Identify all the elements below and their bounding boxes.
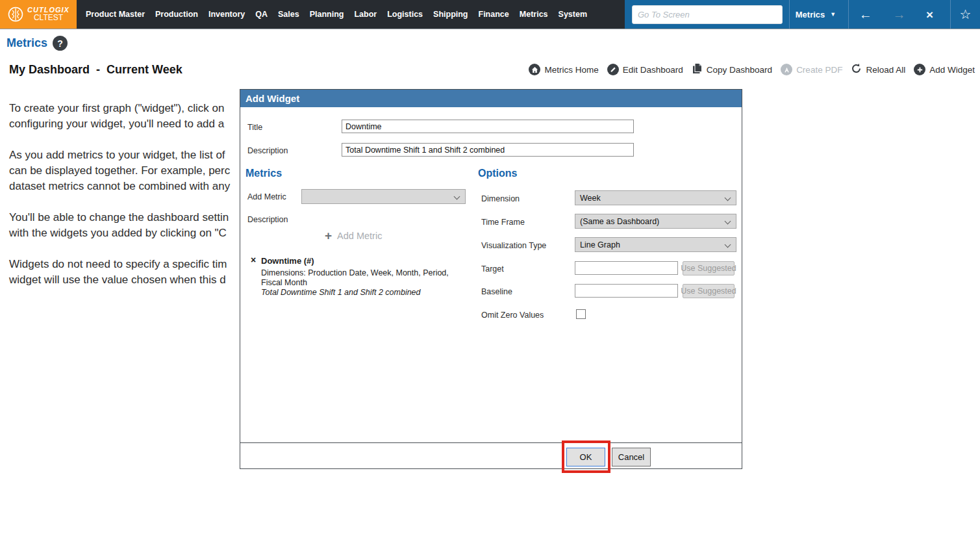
intro-line: configuring your widget, you'll need to …: [9, 116, 269, 132]
nav-item-metrics[interactable]: Metrics: [514, 10, 553, 19]
module-dropdown-label: Metrics: [796, 10, 825, 19]
nav-item-finance[interactable]: Finance: [473, 10, 514, 19]
ok-button[interactable]: OK: [566, 448, 605, 466]
chevron-down-icon: [725, 195, 731, 201]
reload-icon: [851, 63, 862, 76]
chevron-down-icon: [454, 194, 460, 200]
copy-icon: [692, 63, 703, 76]
chevron-down-icon: ▼: [830, 11, 836, 18]
favorite-star-icon[interactable]: ☆: [951, 6, 980, 22]
metric-description-label: Description: [247, 215, 288, 224]
intro-text: To create your first graph ("widget"), c…: [9, 101, 269, 303]
pdf-icon: [781, 64, 792, 75]
intro-line: with the widgets you added by clicking o…: [9, 225, 269, 241]
baseline-label: Baseline: [481, 287, 512, 296]
visualization-type-dropdown[interactable]: Line Graph: [575, 237, 736, 252]
chevron-down-icon: [725, 218, 731, 225]
intro-line: can be displayed together. For example, …: [9, 163, 269, 179]
dimension-value: Week: [580, 194, 601, 203]
navbar-right-panel: Metrics ▼ ← → × ☆: [625, 0, 980, 29]
dashboard-toolbar: Metrics Home Edit Dashboard Copy Dashboa…: [529, 63, 975, 76]
reload-all-button[interactable]: Reload All: [851, 63, 905, 76]
app-window: CUTLOGIX CLTEST Product Master Productio…: [0, 0, 980, 549]
brand-text: CUTLOGIX CLTEST: [27, 6, 69, 23]
history-controls: ← → ×: [849, 8, 944, 21]
metric-name: Downtime (#): [261, 256, 449, 266]
omit-zero-values-checkbox[interactable]: [576, 309, 586, 319]
nav-item-planning[interactable]: Planning: [305, 10, 349, 19]
description-label: Description: [247, 146, 288, 155]
widget-title-input[interactable]: [342, 120, 634, 133]
nav-item-product-master[interactable]: Product Master: [81, 10, 150, 19]
intro-line: dataset metrics cannot be combined with …: [9, 179, 269, 194]
title-label: Title: [247, 123, 262, 132]
baseline-use-suggested-button[interactable]: Use Suggested: [683, 284, 735, 298]
toolbar-label: Create PDF: [796, 65, 842, 75]
add-metric-button[interactable]: + Add Metric: [325, 229, 382, 242]
metric-description: Total Downtime Shift 1 and Shift 2 combi…: [261, 288, 449, 298]
go-to-screen-input[interactable]: [632, 5, 783, 24]
main-menu: Product Master Production Inventory QA S…: [77, 0, 592, 29]
add-metric-label: Add Metric: [247, 192, 286, 201]
intro-paragraph: You'll be able to change the dashboard s…: [9, 210, 269, 241]
nav-item-production[interactable]: Production: [150, 10, 203, 19]
dialog-footer: [240, 442, 742, 468]
pencil-icon: [607, 64, 619, 75]
target-input[interactable]: [575, 261, 678, 275]
metrics-home-button[interactable]: Metrics Home: [529, 64, 598, 75]
module-dropdown[interactable]: Metrics ▼: [790, 10, 842, 19]
back-arrow-icon[interactable]: ←: [859, 8, 872, 21]
remove-metric-icon[interactable]: ×: [251, 255, 256, 265]
add-widget-button[interactable]: Add Widget: [914, 64, 975, 75]
intro-paragraph: As you add metrics to your widget, the l…: [9, 147, 269, 194]
metric-dimensions: Fiscal Month: [261, 278, 449, 288]
nav-item-system[interactable]: System: [553, 10, 592, 19]
add-metric-dropdown[interactable]: [301, 189, 466, 204]
dimension-label: Dimension: [481, 194, 520, 203]
nav-item-logistics[interactable]: Logistics: [382, 10, 428, 19]
forward-arrow-icon[interactable]: →: [892, 8, 905, 21]
intro-line: As you add metrics to your widget, the l…: [9, 147, 269, 163]
dialog-title: Add Widget: [240, 90, 742, 107]
plus-icon: [914, 64, 925, 75]
widget-description-input[interactable]: [342, 143, 634, 157]
close-icon[interactable]: ×: [926, 8, 933, 21]
create-pdf-button[interactable]: Create PDF: [781, 64, 842, 75]
dashboard-title: My Dashboard - Current Week: [9, 63, 182, 77]
nav-item-labor[interactable]: Labor: [349, 10, 382, 19]
baseline-input[interactable]: [575, 284, 678, 298]
time-frame-label: Time Frame: [481, 218, 525, 227]
help-icon[interactable]: ?: [53, 36, 68, 51]
plus-icon: +: [325, 229, 332, 242]
intro-paragraph: To create your first graph ("widget"), c…: [9, 101, 269, 132]
omit-zero-values-label: Omit Zero Values: [481, 311, 544, 320]
target-use-suggested-button[interactable]: Use Suggested: [683, 261, 735, 275]
edit-dashboard-button[interactable]: Edit Dashboard: [607, 64, 683, 75]
intro-paragraph: Widgets do not need to specify a specifi…: [9, 257, 269, 288]
nav-item-shipping[interactable]: Shipping: [428, 10, 473, 19]
top-navbar: CUTLOGIX CLTEST Product Master Productio…: [0, 0, 980, 29]
brand-logo[interactable]: CUTLOGIX CLTEST: [0, 0, 77, 29]
toolbar-label: Edit Dashboard: [623, 65, 683, 75]
metrics-section-heading: Metrics: [245, 168, 282, 179]
intro-line: You'll be able to change the dashboard s…: [9, 210, 269, 225]
intro-line: widget will use the value chosen when th…: [9, 272, 269, 288]
intro-line: To create your first graph ("widget"), c…: [9, 101, 269, 116]
nav-item-sales[interactable]: Sales: [273, 10, 305, 19]
add-metric-button-label: Add Metric: [337, 231, 382, 241]
toolbar-label: Add Widget: [929, 65, 975, 75]
copy-dashboard-button[interactable]: Copy Dashboard: [692, 63, 772, 76]
intro-line: Widgets do not need to specify a specifi…: [9, 257, 269, 272]
time-frame-dropdown[interactable]: (Same as Dashboard): [575, 214, 736, 229]
brand-env: CLTEST: [27, 14, 69, 23]
nav-item-qa[interactable]: QA: [250, 10, 273, 19]
visualization-type-value: Line Graph: [580, 240, 620, 249]
target-label: Target: [481, 264, 504, 274]
metric-dimensions: Dimensions: Production Date, Week, Month…: [261, 268, 449, 278]
toolbar-label: Copy Dashboard: [707, 65, 772, 75]
cancel-button[interactable]: Cancel: [612, 448, 651, 466]
options-section-heading: Options: [478, 168, 517, 179]
dimension-dropdown[interactable]: Week: [575, 190, 736, 205]
brain-logo-icon: [7, 6, 24, 23]
nav-item-inventory[interactable]: Inventory: [203, 10, 250, 19]
